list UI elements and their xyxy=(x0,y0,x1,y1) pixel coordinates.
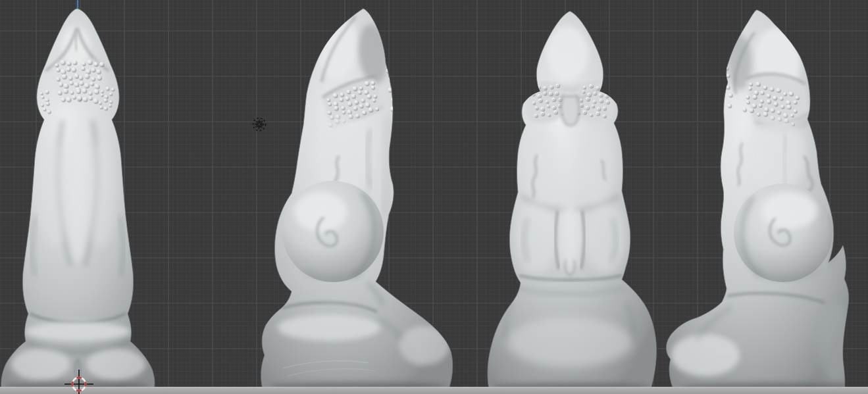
collar-band xyxy=(25,322,130,341)
axis-z-line xyxy=(77,0,78,9)
viewport-3d[interactable] xyxy=(0,0,868,394)
center-drip xyxy=(561,96,579,126)
floor-plane xyxy=(0,387,868,394)
